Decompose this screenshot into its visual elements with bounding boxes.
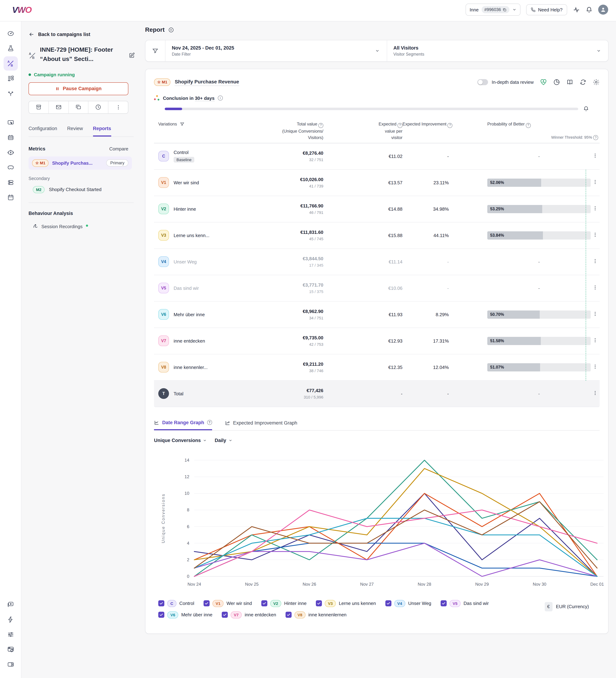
expected-improvement: 23.11%: [402, 180, 449, 185]
row-menu-icon[interactable]: [591, 232, 600, 239]
row-menu-icon[interactable]: [591, 153, 600, 160]
svg-text:2: 2: [187, 557, 189, 562]
variation-name: Wer wir sind: [174, 180, 199, 185]
session-recordings-link[interactable]: Session Recordings: [33, 224, 148, 229]
help-icon[interactable]: ?: [207, 420, 212, 425]
legend-checkbox-v8[interactable]: [285, 612, 292, 618]
history-action-icon[interactable]: [88, 101, 109, 113]
rail-item-surveys-icon[interactable]: [3, 130, 17, 145]
rail-item-settings-sliders-icon[interactable]: [3, 627, 17, 642]
expected-value: €15.88: [323, 233, 402, 238]
rail-item-target-audience-icon[interactable]: [3, 145, 17, 160]
chart-metric-dropdown[interactable]: Unique Conversions: [154, 438, 207, 443]
conclusion-bell-icon[interactable]: [583, 106, 589, 112]
conclusion-progress-bar: [165, 108, 578, 110]
secondary-metric-row[interactable]: M2 Shopify Checkout Started: [33, 186, 148, 193]
row-menu-icon[interactable]: [591, 179, 600, 186]
rail-item-experiments-flask-icon[interactable]: [3, 41, 17, 55]
pause-campaign-button[interactable]: Pause Campaign: [29, 82, 128, 95]
row-menu-icon[interactable]: [591, 285, 600, 292]
rail-item-planner-calendar-icon[interactable]: [3, 190, 17, 204]
legend-item-v8[interactable]: V8inne kennenlernen: [285, 611, 346, 618]
need-help-button[interactable]: Need Help?: [526, 4, 567, 15]
rail-item-insights-cursor-icon[interactable]: [3, 115, 17, 130]
svg-text:Dec 01: Dec 01: [590, 582, 604, 587]
legend-item-c[interactable]: CControl: [158, 600, 194, 607]
page-title: Report: [145, 26, 165, 34]
legend-item-v2[interactable]: V2Hinter inne: [261, 600, 307, 607]
report-tour-play-icon[interactable]: [168, 27, 174, 33]
rail-item-session-video-icon[interactable]: [3, 597, 17, 612]
tab-configuration[interactable]: Configuration: [29, 126, 57, 136]
legend-item-v6[interactable]: V6Mehr über inne: [158, 611, 213, 618]
duplicate-action-icon[interactable]: [69, 101, 88, 113]
copy-icon[interactable]: [503, 8, 507, 11]
legend-checkbox-v3[interactable]: [316, 600, 322, 606]
rail-item-side-panel-icon[interactable]: [3, 657, 17, 672]
rail-item-dashboard-icon[interactable]: [3, 26, 17, 41]
variation-badge-v3: V3: [158, 230, 169, 241]
rail-item-ab-test-icon[interactable]: AB: [3, 56, 17, 71]
row-menu-icon[interactable]: [591, 390, 600, 397]
refresh-icon[interactable]: [580, 79, 586, 85]
tab-date-range-graph[interactable]: Date Range Graph ?: [154, 420, 212, 430]
rail-item-split-url-icon[interactable]: [3, 86, 17, 101]
row-menu-icon[interactable]: [591, 258, 600, 265]
row-menu-icon[interactable]: [591, 338, 600, 344]
legend-checkbox-v7[interactable]: [222, 612, 228, 618]
edit-campaign-icon[interactable]: [129, 47, 135, 64]
activity-pulse-icon[interactable]: [573, 6, 580, 13]
info-icon[interactable]: i: [218, 96, 223, 101]
more-action-icon[interactable]: [108, 101, 128, 113]
compare-link[interactable]: Compare: [109, 146, 128, 151]
primary-metric-label[interactable]: Shopify Purchas...: [52, 160, 103, 165]
date-filter-dropdown[interactable]: Nov 24, 2025 - Dec 01, 2025 Date Filter: [165, 40, 387, 61]
settings-gear-icon[interactable]: [593, 79, 600, 85]
tab-review[interactable]: Review: [67, 126, 83, 136]
account-selector[interactable]: Inne #996036: [466, 4, 521, 16]
legend-label: inne kennenlernen: [308, 612, 346, 617]
row-menu-icon[interactable]: [591, 206, 600, 213]
metric-name[interactable]: Shopify Purchase Revenue: [175, 79, 239, 86]
legend-item-v7[interactable]: V7inne entdecken: [222, 611, 276, 618]
total-value: €8,276.40: [261, 151, 323, 156]
legend-checkbox-c[interactable]: [158, 600, 164, 606]
notifications-bell-icon[interactable]: [586, 6, 592, 13]
health-heart-icon[interactable]: [540, 79, 547, 85]
legend-checkbox-v6[interactable]: [158, 612, 164, 618]
conversions-ratio: 42 / 753: [261, 342, 323, 347]
tab-expected-improvement-graph[interactable]: Expected Improvement Graph: [225, 420, 297, 430]
visitor-segments-dropdown[interactable]: All Visitors Visitor Segments: [387, 40, 608, 61]
sidebar-divider: [29, 202, 134, 203]
row-menu-icon[interactable]: [591, 311, 600, 318]
legend-item-v3[interactable]: V3Lerne uns kennen: [316, 600, 376, 607]
primary-metric-row[interactable]: ☆ M1 Shopify Purchas... Primary: [29, 156, 132, 170]
chart-granularity-dropdown[interactable]: Daily: [215, 438, 232, 443]
row-menu-icon[interactable]: [591, 364, 600, 371]
variations-filter-icon[interactable]: [180, 122, 184, 126]
expected-improvement: 8.29%: [402, 312, 449, 317]
legend-checkbox-v5[interactable]: [440, 600, 447, 606]
legend-item-v5[interactable]: V5Das sind wir: [440, 600, 489, 607]
legend-checkbox-v4[interactable]: [385, 600, 391, 606]
rail-item-heatmap-mask-icon[interactable]: [3, 160, 17, 175]
legend-item-v1[interactable]: V1Wer wir sind: [203, 600, 252, 607]
rail-item-data-layers-icon[interactable]: [3, 175, 17, 190]
rail-item-browser-revisit-icon[interactable]: [3, 642, 17, 656]
pie-chart-icon[interactable]: [553, 79, 560, 85]
tab-reports[interactable]: Reports: [93, 126, 111, 136]
conversions-ratio: 32 / 751: [261, 158, 323, 162]
email-action-icon[interactable]: [49, 101, 69, 113]
user-avatar[interactable]: [598, 5, 608, 14]
back-to-campaigns-link[interactable]: Back to campaigns list: [29, 31, 148, 37]
legend-checkbox-v1[interactable]: [203, 600, 209, 606]
rail-item-quick-actions-icon[interactable]: [3, 612, 17, 627]
archive-action-icon[interactable]: [29, 101, 49, 113]
probability-bar: 51.07%: [487, 363, 591, 371]
rail-item-layout-widgets-icon[interactable]: [3, 71, 17, 85]
in-depth-toggle[interactable]: [477, 79, 488, 85]
account-id: #996036: [484, 7, 501, 12]
glossary-book-icon[interactable]: [567, 79, 573, 85]
legend-checkbox-v2[interactable]: [261, 600, 267, 606]
legend-item-v4[interactable]: V4Unser Weg: [385, 600, 431, 607]
